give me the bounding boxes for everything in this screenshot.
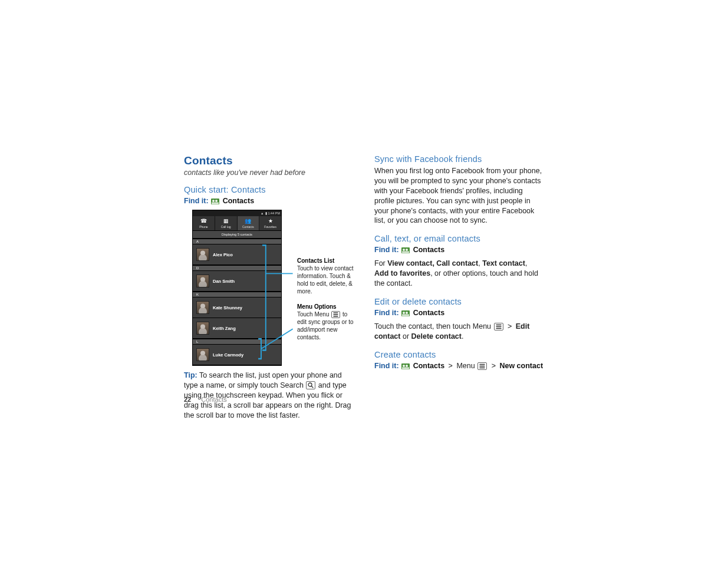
callout-title: Menu Options [297,303,356,310]
section-header: A [193,239,281,244]
contact-row: Keith Zang [193,318,281,339]
svg-point-1 [212,200,215,202]
contacts-app-icon [401,246,410,253]
contact-row: Alex Pico [193,244,281,265]
avatar [196,348,209,361]
phone-contact-list: AAlex PicoDDan SmithKKate ShunneyKeith Z… [193,239,281,365]
findit-dest: Contacts [223,197,254,205]
section-header: L [193,339,281,345]
svg-point-17 [403,365,405,367]
findit-label: Find it: [184,197,209,205]
phone-displaying-count: Displaying 5 contacts [193,231,281,239]
svg-point-13 [403,312,405,314]
heading-create: Create contacts [374,350,543,359]
callout-text: Touch Menu [297,311,331,318]
svg-rect-11 [402,252,409,253]
status-right: ▲ ▮ 1:44 PM [261,211,280,215]
contact-row: Luke Carmody [193,345,281,365]
text: . [462,332,463,340]
contacts-app-icon [401,362,410,369]
tab-icon: ★ [268,219,273,224]
search-icon [306,381,315,389]
page-footer: 22 Contacts [184,396,227,403]
svg-point-18 [406,365,408,367]
heading-sync: Sync with Facebook friends [374,154,543,164]
phone-figure: ▲ ▮ 1:44 PM ☎Phone▦Call log👥Contacts★Fav… [192,210,353,366]
findit-label: Find it: [374,246,399,254]
sync-paragraph: When you first log onto Facebook from yo… [374,166,543,226]
text-bold: View contact, Call contact [387,259,478,267]
phone-tab-favorites: ★Favorites [259,216,281,230]
contact-row: Kate Shunney [193,297,281,318]
text: Menu [456,362,475,370]
phone-statusbar: ▲ ▮ 1:44 PM [193,210,281,216]
contact-name: Keith Zang [213,326,236,331]
svg-point-10 [406,249,408,251]
text: , [525,259,527,267]
svg-line-7 [312,386,314,388]
edit-paragraph: Touch the contact, then touch Menu > Edi… [374,322,543,342]
findit-label: Find it: [374,362,399,370]
findit-create: Find it: Contacts > Menu > New contact [374,362,543,370]
tab-label: Contacts [242,225,254,229]
two-column-content: Contacts contacts like you've never had … [184,154,543,424]
callout-title: Contacts List [297,257,356,265]
page-tagline: contacts like you've never had before [184,168,353,177]
findit-dest: Contacts [413,362,444,370]
menu-icon [331,311,340,318]
contact-name: Dan Smith [213,279,235,284]
findit-dest: Contacts [413,309,444,317]
breadcrumb-separator: > [447,362,454,370]
text-bold: Add to favorites [374,269,430,277]
heading-edit: Edit or delete contacts [374,297,543,306]
phone-tab-contacts: 👥Contacts [238,216,260,230]
status-time: 1:44 PM [268,211,280,215]
text: For [374,259,387,267]
svg-rect-3 [212,203,219,204]
contacts-app-icon [211,197,219,204]
tab-icon: ☎ [200,219,207,224]
findit-dest: New contact [499,362,543,370]
heading-call: Call, text, or email contacts [374,234,543,243]
svg-point-14 [406,312,408,314]
svg-rect-15 [402,314,409,316]
page-number: 22 [184,396,191,403]
heading-quickstart: Quick start: Contacts [184,185,353,194]
tab-label: Phone [199,225,207,229]
text-bold: Delete contact [411,332,462,340]
right-column: Sync with Facebook friends When you firs… [374,154,543,424]
svg-point-2 [215,200,218,202]
findit-edit: Find it: Contacts [374,309,543,317]
avatar [196,301,209,314]
menu-icon [477,362,487,370]
svg-rect-19 [402,367,409,369]
avatar [196,275,209,287]
phone-tab-call-log: ▦Call log [215,216,238,230]
text: Touch the contact, then touch Menu [374,322,493,330]
text: or [400,332,411,340]
findit-quickstart: Find it: Contacts [184,197,353,205]
callout-body: Touch Menu to edit sync groups or to add… [297,310,356,341]
battery-icon: ▮ [265,211,267,215]
avatar [196,248,209,261]
phone-tabs: ☎Phone▦Call log👥Contacts★Favorites [193,216,281,231]
text-bold: Text contact [482,259,525,267]
callout-contacts-list: Contacts List Touch to view contact info… [297,257,356,295]
callout-menu-options: Menu Options Touch Menu to edit sync gro… [297,303,356,341]
contact-name: Kate Shunney [213,305,242,310]
avatar [196,322,209,335]
contact-row: Dan Smith [193,271,281,292]
breadcrumb-separator: > [490,362,498,370]
svg-point-9 [403,249,405,251]
manual-page: Contacts contacts like you've never had … [0,0,728,562]
tab-label: Call log [221,225,231,229]
callout-body: Touch to view contact information. Touch… [297,265,356,295]
contact-name: Alex Pico [213,252,233,257]
menu-icon [494,323,503,330]
call-paragraph: For View contact, Call contact, Text con… [374,259,543,289]
tab-icon: ▦ [223,219,229,224]
footer-section: Contacts [201,396,226,403]
findit-call: Find it: Contacts [374,246,543,254]
page-title: Contacts [184,154,353,167]
text: > [504,322,516,330]
